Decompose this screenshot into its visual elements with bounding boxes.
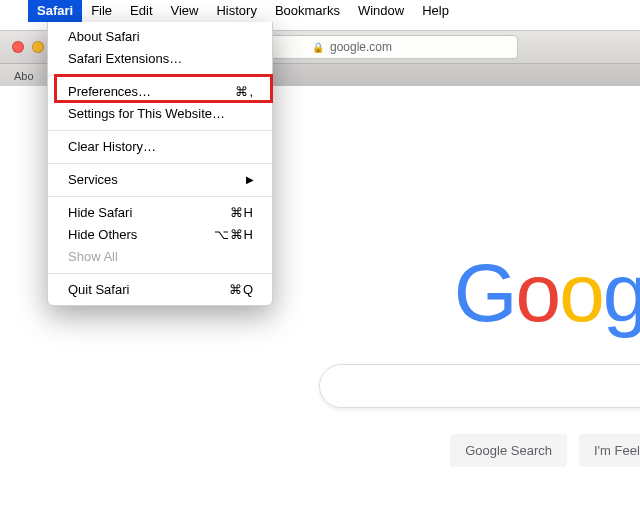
address-text: google.com	[330, 40, 392, 54]
menubar-item-help[interactable]: Help	[413, 0, 458, 22]
google-logo-letter: o	[559, 246, 603, 340]
menubar-item-edit[interactable]: Edit	[121, 0, 161, 22]
menu-item-label: Clear History…	[68, 138, 156, 156]
menu-item-shortcut: ⌘Q	[229, 281, 254, 299]
google-buttons: Google Search I'm Feeling Lucky	[280, 434, 640, 467]
google-logo-letter: g	[603, 246, 640, 340]
google-logo: Google	[280, 246, 640, 340]
menu-about-safari[interactable]: About Safari	[48, 26, 272, 48]
lock-icon: 🔒	[312, 42, 324, 53]
safari-menu-dropdown: About Safari Safari Extensions… Preferen…	[47, 22, 273, 306]
menubar-item-view[interactable]: View	[162, 0, 208, 22]
menu-item-label: Hide Others	[68, 226, 137, 244]
menubar-item-window[interactable]: Window	[349, 0, 413, 22]
google-home: Google Google Search I'm Feeling Lucky	[280, 246, 640, 467]
menubar: Safari File Edit View History Bookmarks …	[0, 0, 640, 22]
submenu-arrow-icon: ▶	[246, 171, 254, 189]
menu-item-label: Safari Extensions…	[68, 50, 182, 68]
google-logo-letter: o	[516, 246, 560, 340]
menu-item-label: Settings for This Website…	[68, 105, 225, 123]
search-input[interactable]	[319, 364, 640, 408]
im-feeling-lucky-button[interactable]: I'm Feeling Lucky	[579, 434, 640, 467]
menu-separator	[48, 196, 272, 197]
menubar-item-history[interactable]: History	[207, 0, 265, 22]
menu-preferences[interactable]: Preferences… ⌘,	[48, 81, 272, 103]
menu-item-label: About Safari	[68, 28, 140, 46]
menu-item-shortcut: ⌥⌘H	[214, 226, 254, 244]
menubar-item-safari[interactable]: Safari	[28, 0, 82, 22]
menubar-item-bookmarks[interactable]: Bookmarks	[266, 0, 349, 22]
menu-item-label: Quit Safari	[68, 281, 129, 299]
menu-services[interactable]: Services ▶	[48, 169, 272, 191]
menu-separator	[48, 273, 272, 274]
menu-clear-history[interactable]: Clear History…	[48, 136, 272, 158]
menu-item-label: Show All	[68, 248, 118, 266]
minimize-window-button[interactable]	[32, 41, 44, 53]
menubar-item-file[interactable]: File	[82, 0, 121, 22]
menu-item-label: Services	[68, 171, 118, 189]
menu-item-shortcut: ⌘,	[235, 83, 254, 101]
google-search-button[interactable]: Google Search	[450, 434, 567, 467]
menu-item-shortcut: ⌘H	[230, 204, 254, 222]
menu-settings-for-this-website[interactable]: Settings for This Website…	[48, 103, 272, 125]
menu-hide-others[interactable]: Hide Others ⌥⌘H	[48, 224, 272, 246]
menu-separator	[48, 130, 272, 131]
menu-item-label: Hide Safari	[68, 204, 132, 222]
close-window-button[interactable]	[12, 41, 24, 53]
menu-hide-safari[interactable]: Hide Safari ⌘H	[48, 202, 272, 224]
menu-safari-extensions[interactable]: Safari Extensions…	[48, 48, 272, 70]
tab-about[interactable]: Abo	[0, 64, 49, 88]
menu-item-label: Preferences…	[68, 83, 151, 101]
menu-quit-safari[interactable]: Quit Safari ⌘Q	[48, 279, 272, 301]
menu-separator	[48, 75, 272, 76]
menu-separator	[48, 163, 272, 164]
menu-show-all: Show All	[48, 246, 272, 268]
google-logo-letter: G	[454, 246, 516, 340]
